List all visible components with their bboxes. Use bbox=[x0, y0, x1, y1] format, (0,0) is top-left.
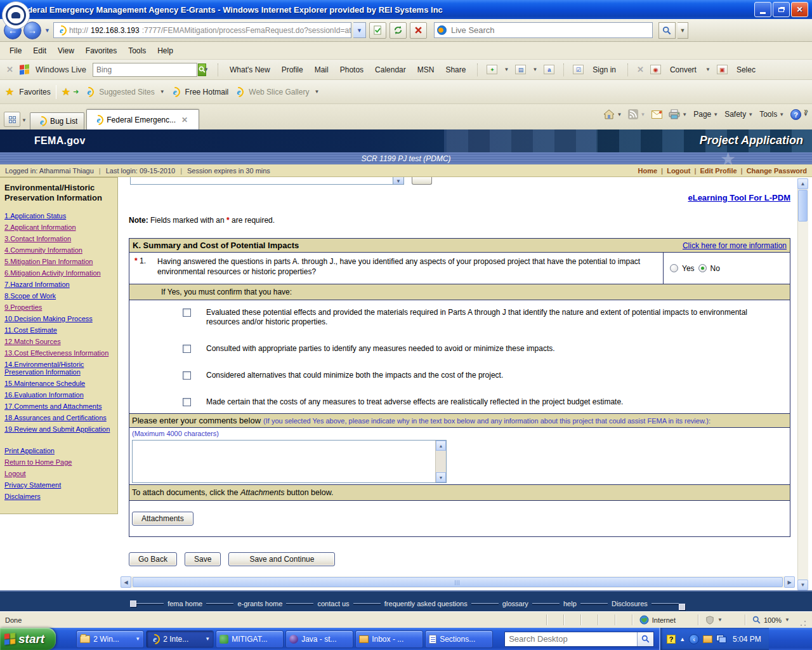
compatibility-view-button[interactable] bbox=[369, 22, 386, 39]
protected-mode-pane[interactable]: ▼ bbox=[699, 612, 729, 628]
scroll-left-icon[interactable]: ◀ bbox=[121, 576, 131, 588]
elearning-link[interactable]: eLearning Tool For L-PDM bbox=[688, 193, 790, 202]
menu-file[interactable]: File bbox=[4, 44, 27, 57]
sidebar-logout[interactable]: Logout bbox=[4, 470, 113, 477]
tab-list-dropdown[interactable]: ▼ bbox=[22, 117, 27, 123]
recent-pages-dropdown[interactable]: ▼ bbox=[43, 27, 51, 34]
news-tool-icon[interactable]: ▤ bbox=[515, 65, 526, 74]
sidebar-item-9[interactable]: 9.Properties bbox=[4, 303, 113, 311]
footer-disclosures-link[interactable]: Disclosures bbox=[608, 600, 652, 607]
photos-tool-dropdown[interactable]: ▼ bbox=[504, 67, 509, 72]
refresh-button[interactable] bbox=[390, 22, 407, 39]
comments-textarea[interactable] bbox=[133, 441, 435, 482]
start-button[interactable]: start bbox=[0, 628, 56, 650]
live-link-calendar[interactable]: Calendar bbox=[372, 65, 409, 74]
footer-help-link[interactable]: help bbox=[560, 600, 580, 607]
desktop-search-box[interactable] bbox=[504, 632, 654, 647]
task-windows-group[interactable]: 2 Win... ▼ bbox=[76, 630, 144, 648]
live-search-box[interactable] bbox=[434, 22, 653, 38]
menu-tools[interactable]: Tools bbox=[122, 44, 152, 57]
restore-button[interactable] bbox=[773, 2, 790, 17]
language-tray-icon[interactable]: ‹ bbox=[689, 634, 699, 644]
radio-no[interactable] bbox=[698, 264, 707, 272]
search-go-button[interactable] bbox=[658, 22, 676, 39]
page-menu[interactable]: Page▼ bbox=[693, 110, 718, 119]
convert-dropdown[interactable]: ▼ bbox=[705, 67, 710, 72]
read-mail-button[interactable] bbox=[652, 110, 662, 119]
sidebar-print-application[interactable]: Print Application bbox=[4, 447, 113, 454]
checkbox-evaluated[interactable] bbox=[183, 308, 191, 317]
sidebar-item-17[interactable]: 17.Comments and Attachments bbox=[4, 402, 113, 410]
sidebar-item-1[interactable]: 1.Application Status bbox=[4, 212, 113, 220]
menu-view[interactable]: View bbox=[52, 44, 80, 57]
sidebar-item-4[interactable]: 4.Community Information bbox=[4, 246, 113, 254]
web-slice-dropdown[interactable]: ▼ bbox=[314, 89, 319, 95]
vertical-scroll-thumb[interactable] bbox=[798, 190, 808, 222]
help-tray-icon[interactable]: ? bbox=[667, 635, 676, 644]
url-history-dropdown[interactable]: ▼ bbox=[353, 22, 366, 38]
nav-change-password-link[interactable]: Change Password bbox=[747, 167, 807, 175]
home-button[interactable]: ▼ bbox=[603, 109, 622, 119]
mail-tray-icon[interactable] bbox=[703, 635, 712, 643]
select-button[interactable]: Selec bbox=[734, 65, 758, 74]
bing-search-box[interactable] bbox=[93, 63, 197, 77]
footer-egrants-home-link[interactable]: e-grants home bbox=[233, 600, 286, 607]
translate-tool-icon[interactable]: a bbox=[544, 65, 554, 74]
desktop-search-input[interactable] bbox=[505, 634, 637, 644]
tools-menu[interactable]: Tools▼ bbox=[759, 110, 784, 119]
group-expand-icon[interactable]: ▼ bbox=[135, 636, 140, 642]
url-field[interactable]: e http://192.168.3.193:7777/FEMAMitigati… bbox=[53, 22, 351, 38]
radio-yes[interactable] bbox=[670, 264, 678, 272]
nav-home-link[interactable]: Home bbox=[638, 167, 658, 175]
checkbox-consulted[interactable] bbox=[183, 345, 191, 353]
live-link-whats-new[interactable]: What's New bbox=[227, 65, 273, 74]
save-button[interactable]: Save bbox=[185, 552, 221, 566]
zoom-control[interactable]: 100% ▼ bbox=[746, 612, 796, 628]
free-hotmail-link[interactable]: Free Hotmail bbox=[185, 88, 229, 96]
tab-close-icon[interactable]: ✕ bbox=[181, 116, 188, 124]
live-link-msn[interactable]: MSN bbox=[415, 65, 437, 74]
task-ie-group[interactable]: e 2 Inte... ▼ bbox=[146, 630, 214, 648]
scroll-up-icon[interactable]: ▲ bbox=[436, 441, 446, 451]
sidebar-item-13[interactable]: 13.Cost Effectiveness Information bbox=[4, 349, 113, 357]
chevron-down-icon[interactable]: ▼ bbox=[393, 177, 403, 184]
desktop-search-button[interactable] bbox=[637, 632, 653, 646]
feeds-button[interactable]: ▼ bbox=[628, 109, 645, 119]
live-link-profile[interactable]: Profile bbox=[279, 65, 306, 74]
more-information-link[interactable]: Click here for more information bbox=[683, 241, 787, 250]
network-tray-icon[interactable] bbox=[716, 635, 726, 643]
clipped-select[interactable]: ▼ bbox=[130, 177, 404, 185]
menu-edit[interactable]: Edit bbox=[27, 44, 52, 57]
sidebar-item-2[interactable]: 2.Applicant Information bbox=[4, 223, 113, 231]
checkbox-made-certain[interactable] bbox=[183, 398, 191, 406]
quick-tabs-button[interactable] bbox=[4, 112, 20, 127]
add-favorite-icon[interactable]: ★ bbox=[62, 86, 70, 98]
group-expand-icon[interactable]: ▼ bbox=[205, 636, 210, 642]
sidebar-item-10[interactable]: 10.Decision Making Process bbox=[4, 315, 113, 322]
close-button[interactable]: ✕ bbox=[791, 2, 808, 17]
nav-logout-link[interactable]: Logout bbox=[667, 167, 690, 175]
more-commands-chevron[interactable]: » bbox=[804, 107, 808, 116]
safety-menu[interactable]: Safety▼ bbox=[724, 110, 753, 119]
sidebar-item-14[interactable]: 14.Environmental/Historic Preservation I… bbox=[4, 361, 113, 376]
save-and-continue-button[interactable]: Save and Continue bbox=[228, 552, 335, 566]
task-inbox[interactable]: Inbox - ... bbox=[355, 630, 423, 648]
web-slice-gallery-link[interactable]: Web Slice Gallery bbox=[249, 88, 309, 96]
scroll-down-icon[interactable]: ▼ bbox=[797, 580, 808, 590]
horizontal-scrollbar[interactable]: ◀ ▶ bbox=[121, 576, 795, 588]
sidebar-item-8[interactable]: 8.Scope of Work bbox=[4, 292, 113, 300]
scroll-down-icon[interactable]: ▼ bbox=[436, 472, 446, 482]
footer-faq-link[interactable]: frequently asked questions bbox=[381, 600, 471, 607]
tab-bug-list[interactable]: e Bug List bbox=[30, 112, 84, 129]
live-link-share[interactable]: Share bbox=[443, 65, 468, 74]
live-link-photos[interactable]: Photos bbox=[337, 65, 366, 74]
minimize-button[interactable] bbox=[754, 2, 771, 17]
task-mitigation[interactable]: MITIGAT... bbox=[216, 630, 284, 648]
photos-tool-icon[interactable]: ✦ bbox=[487, 65, 497, 74]
sidebar-item-12[interactable]: 12.Match Sources bbox=[4, 338, 113, 345]
menu-favorites[interactable]: Favorites bbox=[80, 44, 122, 57]
sign-in-link[interactable]: Sign in bbox=[590, 65, 619, 74]
sidebar-item-3[interactable]: 3.Contact Information bbox=[4, 235, 113, 242]
footer-contact-us-link[interactable]: contact us bbox=[313, 600, 353, 607]
convert-toolbar-close-icon[interactable]: ✕ bbox=[637, 65, 644, 74]
